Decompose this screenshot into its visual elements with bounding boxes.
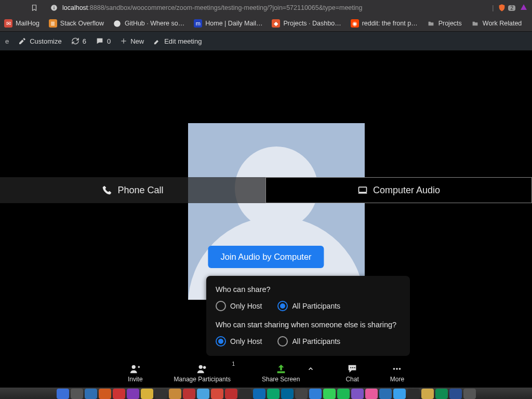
zoom-control-bar: Invite 1 Manage Participants Share Scree… — [0, 358, 532, 388]
bookmark-item[interactable]: ✉MailHog — [4, 19, 39, 28]
folder-icon — [427, 19, 435, 28]
bookmark-label: Projects — [438, 20, 462, 27]
zbar-share-chevron[interactable] — [307, 363, 314, 383]
dock-app-icon[interactable] — [183, 389, 195, 399]
bookmark-label: Projects · Dashbo… — [283, 20, 341, 27]
info-icon — [50, 4, 58, 12]
brave-shield-icon[interactable] — [498, 4, 506, 12]
bookmark-label: MailHog — [16, 20, 39, 27]
dock-app-icon[interactable] — [407, 389, 420, 399]
dock-app-icon[interactable] — [337, 389, 350, 399]
address-bar[interactable]: localhost:8888/sandbox/woocommerce/zoom-… — [50, 4, 492, 12]
zbar-share-screen[interactable]: Share Screen — [262, 363, 300, 383]
svg-point-11 — [354, 367, 355, 368]
audio-tabs: Phone Call Computer Audio — [0, 177, 532, 203]
join-audio-label: Join Audio by Computer — [220, 252, 311, 261]
bookmark-item[interactable]: ◆Projects · Dashbo… — [272, 19, 341, 28]
share-q1: Who can share? — [216, 285, 401, 294]
dock-app-icon[interactable] — [449, 389, 462, 399]
dock-app-icon[interactable] — [379, 389, 392, 399]
dock-app-icon[interactable] — [421, 389, 434, 399]
bookmark-item[interactable]: Projects — [427, 19, 462, 28]
dock-app-icon[interactable] — [281, 389, 294, 399]
svg-rect-4 — [358, 187, 366, 192]
more-icon — [391, 363, 403, 375]
wp-item-prev[interactable]: e — [5, 37, 9, 45]
tab-phone-call[interactable]: Phone Call — [0, 177, 265, 203]
site-icon: ◉ — [351, 19, 359, 28]
dock-app-icon[interactable] — [295, 389, 308, 399]
bookmark-outline-icon[interactable] — [30, 4, 38, 12]
wp-edit-label: Edit meeting — [164, 37, 202, 45]
bookmark-label: reddit: the front p… — [362, 20, 418, 27]
bookmark-item[interactable]: mHome | Daily Mail… — [194, 19, 262, 28]
dock-app-icon[interactable] — [99, 389, 111, 399]
dock-app-icon[interactable] — [435, 389, 448, 399]
bookmark-item[interactable]: ≣Stack Overflow — [49, 19, 104, 28]
participants-icon — [195, 363, 209, 375]
bookmark-label: GitHub · Where so… — [125, 20, 184, 27]
dock-app-icon[interactable] — [225, 389, 237, 399]
tab-phone-label: Phone Call — [117, 185, 163, 196]
dock-app-icon[interactable] — [85, 389, 97, 399]
site-icon: ◆ — [272, 19, 280, 28]
tab-computer-audio[interactable]: Computer Audio — [265, 177, 532, 203]
svg-point-6 — [199, 365, 203, 369]
svg-point-9 — [350, 367, 351, 368]
dock-app-icon[interactable] — [71, 389, 83, 399]
dock-app-icon[interactable] — [211, 389, 223, 399]
url-path: :8888/sandbox/woocommerce/zoom-meetings/… — [88, 4, 362, 11]
site-icon: ≣ — [49, 19, 57, 28]
dock-app-icon[interactable] — [141, 389, 153, 399]
dock-app-icon[interactable] — [127, 389, 139, 399]
wp-new[interactable]: New — [120, 37, 144, 45]
wp-edit[interactable]: Edit meeting — [153, 37, 202, 45]
dock-app-icon[interactable] — [267, 389, 280, 399]
dock-app-icon[interactable] — [197, 389, 209, 399]
dock-app-icon[interactable] — [169, 389, 181, 399]
wp-refresh-count: 6 — [83, 37, 86, 45]
wp-refresh[interactable]: 6 — [71, 37, 86, 45]
dock-app-icon[interactable] — [309, 389, 322, 399]
zbar-chat[interactable]: Chat — [345, 363, 358, 383]
zbar-manage-participants[interactable]: 1 Manage Participants — [174, 363, 231, 383]
svg-point-5 — [132, 365, 136, 369]
bookmark-label: Stack Overflow — [60, 20, 104, 27]
dock-app-icon[interactable] — [351, 389, 364, 399]
chat-icon — [346, 363, 358, 375]
radio-q2-all[interactable]: All Participants — [277, 336, 340, 347]
radio-q1-all[interactable]: All Participants — [277, 301, 340, 311]
svg-point-10 — [352, 367, 353, 368]
tab-computer-label: Computer Audio — [373, 185, 440, 196]
dock-app-icon[interactable] — [57, 389, 69, 399]
invite-icon — [128, 363, 142, 375]
macos-dock — [0, 388, 532, 399]
brave-logo-icon[interactable] — [520, 4, 528, 12]
zbar-invite[interactable]: Invite — [128, 363, 143, 383]
dock-app-icon[interactable] — [113, 389, 125, 399]
bookmark-item[interactable]: Work Related — [471, 19, 522, 28]
bookmark-item[interactable]: GitHub · Where so… — [113, 19, 184, 28]
share-screen-icon — [275, 363, 287, 375]
bookmark-item[interactable]: ◉reddit: the front p… — [351, 19, 418, 28]
dock-app-icon[interactable] — [365, 389, 378, 399]
radio-q1-host[interactable]: Only Host — [216, 301, 262, 311]
dock-app-icon[interactable] — [463, 389, 476, 399]
folder-icon — [471, 19, 480, 28]
dock-app-icon[interactable] — [155, 389, 167, 399]
radio-q2-host[interactable]: Only Host — [216, 336, 262, 347]
github-icon — [113, 19, 122, 28]
bookmark-label: Work Related — [483, 20, 522, 27]
wp-comments[interactable]: 0 — [96, 37, 111, 45]
svg-rect-8 — [277, 371, 285, 374]
dock-app-icon[interactable] — [253, 389, 265, 399]
dock-app-icon[interactable] — [239, 389, 251, 399]
svg-rect-2 — [54, 6, 54, 7]
join-audio-button[interactable]: Join Audio by Computer — [208, 246, 324, 268]
dock-app-icon[interactable] — [393, 389, 406, 399]
wp-customize[interactable]: Customize — [18, 37, 61, 45]
wp-comments-count: 0 — [107, 37, 111, 45]
zbar-more[interactable]: More — [390, 363, 404, 383]
svg-rect-1 — [54, 7, 54, 9]
dock-app-icon[interactable] — [323, 389, 336, 399]
